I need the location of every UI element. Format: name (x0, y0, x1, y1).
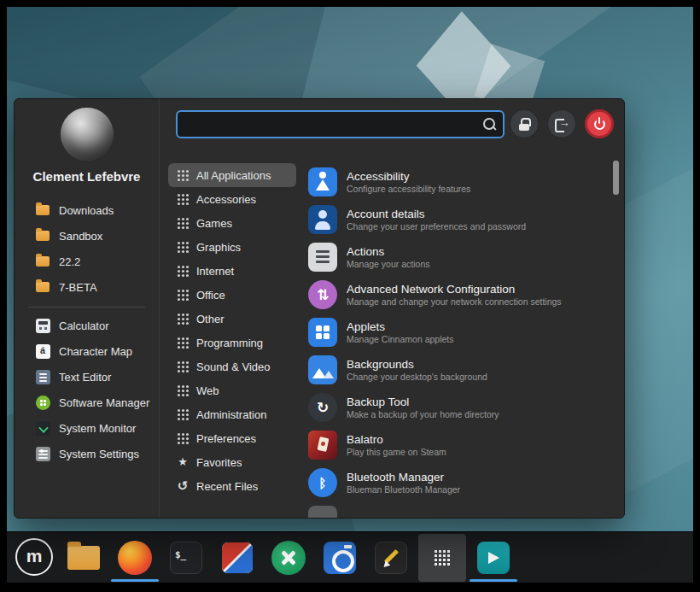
taskbar-app-grid-button[interactable] (418, 534, 466, 582)
taskbar-panel: $_ (7, 531, 693, 583)
app-desc: Change your desktop's background (347, 372, 487, 383)
sidebar-item-label: System Monitor (59, 422, 136, 435)
menu-button[interactable] (15, 538, 53, 576)
app-row-partial[interactable] (305, 501, 610, 518)
menu-main: All Applications Accessories Games Graph… (160, 99, 624, 518)
app-row-advanced-network-configuration[interactable]: Advanced Network Configuration Manage an… (305, 276, 610, 314)
logout-button[interactable] (547, 109, 576, 138)
category-games[interactable]: Games (168, 211, 296, 235)
category-sound-video[interactable]: Sound & Video (168, 355, 296, 378)
taskbar-terminal-button[interactable]: $_ (162, 534, 210, 582)
category-preferences[interactable]: Preferences (168, 426, 296, 450)
star-icon (177, 456, 189, 468)
scrollbar-thumb[interactable] (613, 161, 619, 195)
taskbar-warpinator-button[interactable] (470, 534, 517, 582)
category-other[interactable]: Other (168, 307, 296, 331)
sidebar-item-calculator[interactable]: Calculator (35, 313, 159, 338)
category-accessories[interactable]: Accessories (168, 187, 296, 211)
category-label: Accessories (196, 193, 256, 206)
sidebar-item-label: Character Map (59, 345, 132, 358)
running-indicator (111, 579, 159, 582)
place-7-beta[interactable]: 7-BETA (35, 274, 159, 300)
camera-icon (324, 542, 356, 574)
application-menu-window: Clement Lefebvre Downloads Sandbox 22.2 … (14, 98, 625, 519)
category-programming[interactable]: Programming (168, 331, 296, 355)
account-details-icon (308, 205, 337, 234)
screen: Clement Lefebvre Downloads Sandbox 22.2 … (0, 0, 700, 592)
taskbar-app-button-5[interactable] (265, 534, 312, 582)
category-recent-files[interactable]: Recent Files (168, 474, 296, 498)
app-row-actions[interactable]: Actions Manage your actions (305, 238, 610, 276)
shutdown-button[interactable] (585, 109, 614, 138)
sidebar-item-text-editor[interactable]: Text Editor (35, 364, 159, 390)
category-all-applications[interactable]: All Applications (168, 163, 296, 187)
grid-icon (177, 313, 189, 325)
app-name: Actions (347, 244, 429, 259)
logout-icon (555, 118, 569, 130)
category-graphics[interactable]: Graphics (168, 235, 296, 259)
firefox-icon (118, 541, 152, 575)
category-label: Favorites (196, 456, 242, 469)
place-downloads[interactable]: Downloads (35, 197, 159, 223)
app-desc: Make a backup of your home directory (347, 409, 499, 420)
category-label: Games (196, 217, 232, 230)
menu-content: All Applications Accessories Games Graph… (160, 149, 624, 518)
taskbar-editor-button[interactable] (367, 534, 415, 582)
folder-icon (35, 279, 50, 295)
balatro-icon (308, 431, 337, 460)
folder-icon (35, 254, 50, 269)
place-label: 7-BETA (59, 281, 97, 294)
place-sandbox[interactable]: Sandbox (35, 223, 159, 249)
user-name: Clement Lefebvre (15, 169, 159, 184)
search-wrap (176, 110, 505, 138)
app-name: Advanced Network Configuration (347, 282, 562, 296)
category-favorites[interactable]: Favorites (168, 450, 296, 474)
applets-icon (308, 318, 337, 347)
category-internet[interactable]: Internet (168, 259, 296, 283)
app-desc: Blueman Bluetooth Manager (347, 484, 460, 495)
sidebar-item-system-settings[interactable]: System Settings (35, 441, 159, 466)
app-row-applets[interactable]: Applets Manage Cinnamon applets (305, 314, 610, 351)
app-row-account-details[interactable]: Account details Change your user prefere… (305, 201, 610, 238)
taskbar-screenshot-button[interactable] (316, 534, 364, 582)
category-label: All Applications (196, 169, 271, 182)
app-row-accessibility[interactable]: Accessibility Configure accessibility fe… (305, 163, 610, 201)
app-desc: Change your user preferences and passwor… (347, 221, 526, 232)
lock-button[interactable] (510, 109, 539, 138)
place-22-2[interactable]: 22.2 (35, 249, 159, 274)
grid-icon (177, 265, 189, 277)
category-label: Administration (196, 408, 266, 421)
recent-files-icon (177, 480, 189, 492)
grid-icon (177, 384, 189, 396)
app-row-bluetooth-manager[interactable]: Bluetooth Manager Blueman Bluetooth Mana… (305, 464, 610, 501)
app-desc: Manage Cinnamon applets (347, 334, 454, 345)
sidebar-item-system-monitor[interactable]: System Monitor (35, 415, 159, 441)
category-web[interactable]: Web (168, 378, 296, 402)
grid-icon (177, 241, 189, 253)
grid-icon (177, 289, 189, 301)
app-grid-icon (435, 550, 451, 566)
sidebar-item-software-manager[interactable]: Software Manager (35, 390, 159, 415)
taskbar-files-button[interactable] (60, 534, 108, 582)
app-row-backgrounds[interactable]: Backgrounds Change your desktop's backgr… (305, 351, 610, 389)
lock-icon (518, 118, 530, 131)
app-desc: Configure accessibility features (347, 184, 470, 195)
software-manager-icon (35, 395, 50, 410)
user-avatar[interactable] (61, 108, 114, 161)
actions-icon (308, 243, 337, 272)
sidebar-item-character-map[interactable]: Character Map (35, 338, 159, 364)
app-row-balatro[interactable]: Balatro Play this game on Steam (305, 426, 610, 464)
taskbar-firefox-button[interactable] (111, 534, 159, 582)
category-label: Office (196, 289, 225, 302)
category-office[interactable]: Office (168, 283, 296, 307)
app-row-backup-tool[interactable]: Backup Tool Make a backup of your home d… (305, 389, 610, 426)
taskbar-app-button-4[interactable] (213, 534, 261, 582)
grid-icon (177, 432, 189, 444)
category-label: Preferences (196, 432, 256, 445)
sidebar-apps-list: Calculator Character Map Text Editor Sof… (35, 313, 159, 466)
app-icon (308, 506, 337, 518)
search-input[interactable] (176, 110, 505, 138)
category-administration[interactable]: Administration (168, 402, 296, 426)
sidebar-item-label: Calculator (59, 319, 109, 332)
category-label: Web (196, 384, 219, 397)
